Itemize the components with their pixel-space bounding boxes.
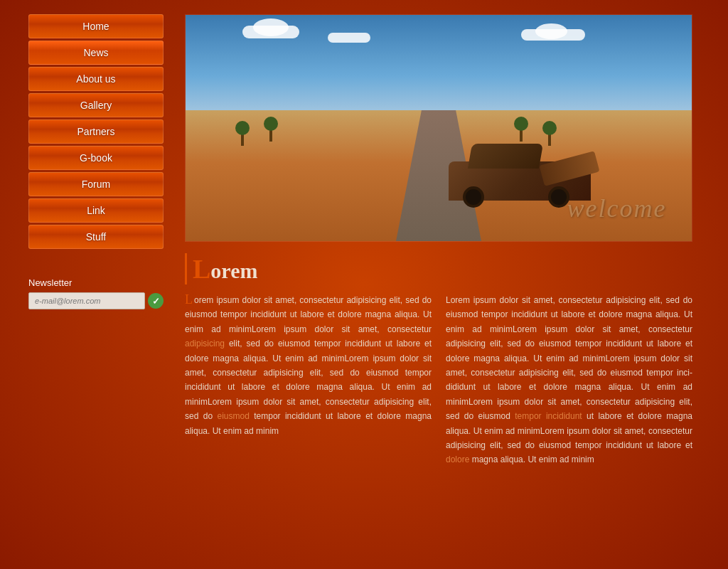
col1-highlight-1: adipisicing	[185, 339, 225, 349]
article-column-2: Lorem ipsum dolor sit amet, consectetur …	[446, 293, 692, 467]
col1-text-1: orem ipsum dolor sit amet, consectetur a…	[185, 295, 432, 334]
sidebar: Home News About us Gallery Partners G-bo…	[28, 0, 171, 569]
nav-item-stuff[interactable]: Stuff	[28, 225, 164, 249]
hero-image-container: welcome	[185, 14, 692, 242]
newsletter-form	[28, 292, 164, 309]
nav-link-gbook[interactable]: G-book	[28, 146, 164, 170]
nav-link-link[interactable]: Link	[28, 198, 164, 223]
car-wheel-1	[463, 186, 484, 208]
article-title-first-letter: L	[193, 254, 210, 284]
newsletter-submit-button[interactable]	[148, 293, 164, 309]
cloud-2	[328, 33, 370, 43]
main-content: welcome Lorem Lorem ipsum dolor sit amet…	[171, 0, 700, 569]
nav-link-home[interactable]: Home	[28, 14, 164, 38]
nav-link-partners[interactable]: Partners	[28, 119, 164, 144]
cloud-1	[242, 26, 299, 38]
newsletter-input[interactable]	[28, 292, 145, 309]
nav-link-stuff[interactable]: Stuff	[28, 225, 164, 249]
col2-highlight-1: tempor incididunt	[515, 411, 582, 421]
article-columns: Lorem ipsum dolor sit amet, consectetur …	[185, 293, 692, 467]
col1-highlight-2: eiusmod	[217, 411, 249, 421]
article-column-1: Lorem ipsum dolor sit amet, consectetur …	[185, 293, 432, 467]
car-hood	[539, 151, 599, 186]
nav-item-about[interactable]: About us	[28, 67, 164, 91]
newsletter-section: Newsletter	[28, 277, 164, 309]
col1-first-letter: L	[185, 293, 193, 306]
cloud-3	[521, 29, 585, 41]
nav-item-partners[interactable]: Partners	[28, 119, 164, 144]
nav-menu: Home News About us Gallery Partners G-bo…	[28, 14, 164, 249]
nav-link-about[interactable]: About us	[28, 67, 164, 91]
hero-car	[449, 137, 591, 201]
article-title-rest: orem	[210, 259, 257, 282]
nav-item-news[interactable]: News	[28, 41, 164, 65]
col2-highlight-2: dolore	[446, 454, 469, 464]
nav-link-gallery[interactable]: Gallery	[28, 93, 164, 117]
nav-item-link[interactable]: Link	[28, 198, 164, 223]
col2-text-1: Lorem ipsum dolor sit amet, consectetur …	[446, 295, 692, 421]
nav-item-forum[interactable]: Forum	[28, 172, 164, 196]
col2-text-3: magna aliqua. Ut enim ad minim	[469, 454, 594, 464]
hero-sky	[186, 15, 692, 117]
nav-item-gbook[interactable]: G-book	[28, 146, 164, 170]
nav-link-forum[interactable]: Forum	[28, 172, 164, 196]
hero-image: welcome	[186, 15, 692, 241]
nav-link-news[interactable]: News	[28, 41, 164, 65]
nav-item-gallery[interactable]: Gallery	[28, 93, 164, 117]
newsletter-label: Newsletter	[28, 277, 164, 288]
col1-text-2: elit, sed do eiusmod tempor incididunt u…	[185, 339, 432, 421]
nav-item-home[interactable]: Home	[28, 14, 164, 38]
article-title: Lorem	[185, 253, 692, 284]
hero-welcome-text: welcome	[567, 193, 666, 223]
